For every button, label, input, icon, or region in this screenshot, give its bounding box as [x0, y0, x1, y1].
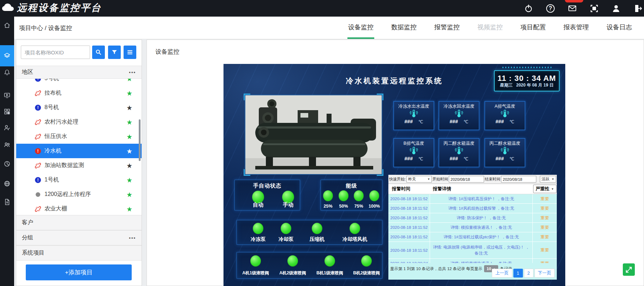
favorite-star-icon[interactable]: ★ — [126, 176, 132, 184]
user-icon[interactable] — [612, 4, 621, 13]
projects-layers-icon[interactable] — [0, 45, 14, 66]
add-project-button[interactable]: +添加项目 — [26, 264, 132, 280]
frame-corner-icon — [377, 169, 383, 176]
search-input[interactable] — [21, 46, 90, 59]
fullscreen-icon[interactable] — [590, 4, 599, 13]
video-monitor-icon[interactable] — [0, 88, 14, 102]
favorite-star-icon[interactable]: ★ — [126, 79, 132, 83]
status-select[interactable]: 活跃 — [540, 176, 556, 183]
tab-report-manage[interactable]: 报表管理 — [563, 17, 590, 39]
tree-item[interactable]: 恒压供水 ★ — [16, 129, 142, 144]
start-time-input[interactable] — [449, 176, 484, 183]
fullscreen-expand-button[interactable] — [623, 263, 635, 276]
valve-label: A机2级液喷阀 — [275, 270, 310, 276]
alarm-row: 2020-08-18 18:11:52 详情: 1#压缩机过载或ptc保护！ ，… — [388, 232, 557, 242]
tree-item-label: 拉布机 — [44, 89, 61, 97]
severity-badge: 重要 — [533, 232, 557, 242]
severity-filter-dropdown[interactable]: 严重性 — [533, 185, 556, 193]
clock-time: 11 : 30 : 34 AM — [497, 75, 556, 82]
favorite-star-icon[interactable]: ★ — [126, 118, 132, 126]
pie-chart-icon[interactable] — [0, 157, 14, 171]
filter-button[interactable] — [108, 46, 121, 59]
alert-blue-icon: ! — [35, 79, 41, 82]
region-more-icon[interactable]: ••• — [129, 70, 136, 75]
project-tree-panel: 地区 ••• ! 5号机 ★ 拉布机 ★ ! 8号机 ★ — [16, 40, 142, 286]
manual-auto-panel: 手自动状态 自动 手动 — [234, 180, 300, 210]
users-icon[interactable] — [0, 138, 14, 152]
favorite-star-icon[interactable]: ★ — [126, 132, 132, 141]
favorite-star-icon[interactable]: ★ — [126, 205, 132, 213]
section-group[interactable]: 分组 ••• — [16, 230, 142, 245]
favorite-star-icon[interactable]: ★ — [126, 89, 132, 97]
thermometer-icon — [454, 147, 464, 155]
clock-date: 星期三 2020 年 08 月 19 日 — [500, 83, 554, 87]
frame-corner-icon — [377, 94, 383, 100]
alarm-filter-bar: 快速开始: 昨天 开始时间 结束时间 活跃 — [388, 175, 557, 184]
section-region[interactable]: 地区 ••• — [16, 66, 142, 79]
mail-icon[interactable] — [568, 4, 577, 13]
user-edit-icon[interactable] — [0, 121, 14, 135]
section-system[interactable]: 系统项目 — [16, 245, 142, 261]
led-label: 75% — [351, 204, 366, 209]
sub-header: 项目中心 / 设备监控 设备监控 数据监控 报警监控 视频监控 项目配置 报表管… — [14, 17, 644, 39]
tree-item-label: 1号机 — [44, 176, 59, 184]
tree-scrollbar[interactable] — [139, 119, 141, 161]
tree-item-label: 农村污水处理 — [44, 118, 78, 126]
tree-item[interactable]: 拉布机 ★ — [16, 86, 142, 100]
status-led — [350, 223, 360, 234]
quick-start-select[interactable]: 昨天 — [406, 176, 432, 183]
search-button[interactable] — [92, 46, 105, 59]
power-icon[interactable] — [524, 4, 533, 13]
tree-item[interactable]: ! 8号机 ★ — [16, 100, 142, 115]
home-icon[interactable] — [0, 18, 14, 32]
severity-badge: 重要 — [533, 259, 557, 263]
temp-value: ### — [405, 156, 413, 161]
status-led — [324, 255, 335, 267]
tree-item[interactable]: 农村污水处理 ★ — [16, 115, 142, 129]
tab-video-monitor[interactable]: 视频监控 — [477, 17, 503, 39]
nav-tabs: 设备监控 数据监控 报警监控 视频监控 项目配置 报表管理 设备日志 — [347, 17, 633, 39]
alarm-table-header: 报警时间 报警详情 严重性 — [388, 184, 557, 194]
temp-value: ### — [450, 156, 458, 161]
tree-item[interactable]: 1200远程上传程序 ★ — [16, 187, 142, 202]
favorite-star-icon[interactable]: ★ — [126, 103, 132, 112]
favorite-star-icon[interactable]: ★ — [126, 161, 132, 169]
alarm-row: 2020-08-18 18:20:34 详情: 模拟量模块通讯！ ，备注:无 重… — [388, 259, 557, 263]
next-page-button[interactable]: 下一页 — [535, 269, 555, 278]
apps-grid-icon[interactable] — [0, 105, 14, 119]
tab-alarm-monitor[interactable]: 报警监控 — [434, 17, 460, 39]
severity-badge: 重要 — [533, 194, 557, 203]
tree-item[interactable]: 农业大棚 ★ — [16, 202, 142, 215]
alarm-row: 2020-08-18 18:11:52 详情: 1#压缩机高压保护！ ，备注:无… — [388, 194, 557, 204]
temp-tile-label: 冷冻水出水温度 — [398, 103, 429, 109]
tab-device-monitor[interactable]: 设备监控 — [347, 17, 374, 39]
menu-button[interactable] — [124, 46, 136, 59]
tree-item[interactable]: 加油站数据监测 ★ — [16, 158, 142, 173]
temp-tile-label: A排气温度 — [495, 103, 515, 109]
document-icon[interactable] — [0, 195, 14, 209]
tree-item-selected[interactable]: ! 冷水机 ★ — [16, 144, 142, 158]
section-customer[interactable]: 客户 — [16, 215, 142, 230]
tree-item[interactable]: ! 5号机 ★ — [16, 79, 142, 86]
tree-item[interactable]: ! 1号机 ★ — [16, 173, 142, 187]
status-led — [281, 223, 291, 234]
thermometer-icon — [409, 109, 419, 118]
clock-weekday: 星期三 — [500, 83, 513, 87]
logout-icon[interactable] — [633, 4, 643, 13]
prev-page-button[interactable]: 上一页 — [492, 269, 512, 278]
page-2-button[interactable]: 2 — [524, 269, 533, 278]
bell-icon[interactable] — [0, 65, 14, 79]
group-more-icon[interactable]: ••• — [129, 235, 136, 240]
page-1-button[interactable]: 1 — [513, 269, 523, 278]
globe-icon[interactable] — [0, 177, 14, 191]
favorite-star-icon[interactable]: ★ — [126, 147, 132, 155]
tab-device-log[interactable]: 设备日志 — [606, 17, 633, 39]
tab-project-config[interactable]: 项目配置 — [520, 17, 547, 39]
help-icon[interactable] — [546, 4, 555, 13]
link-broken-icon — [35, 206, 41, 212]
tab-data-monitor[interactable]: 数据监控 — [390, 17, 417, 39]
end-time-input[interactable] — [501, 176, 536, 183]
alarm-row: 2020-08-18 18:11:52 详情: 模拟量模块通讯！ ，备注:无 重… — [388, 223, 557, 232]
alert-red-icon: ! — [35, 148, 41, 154]
favorite-star-icon[interactable]: ★ — [126, 190, 132, 198]
